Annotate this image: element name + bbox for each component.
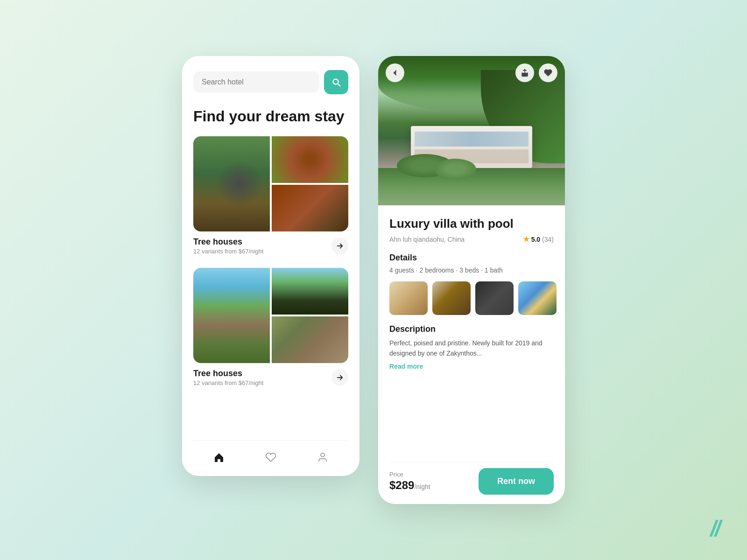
back-button[interactable] bbox=[386, 63, 404, 82]
phone-detail-screen: Luxury villa with pool Ahn luh qiandaohu… bbox=[378, 56, 565, 504]
price-value: $289/night bbox=[389, 479, 430, 492]
listing-images-2 bbox=[193, 268, 348, 363]
details-text: 4 guests · 2 bedrooms · 3 beds · 1 bath bbox=[389, 266, 554, 274]
listing-images-1 bbox=[193, 136, 348, 231]
listing-image-mountain bbox=[193, 268, 270, 363]
listing-card-1: Tree houses 12 variants from $67/night bbox=[193, 136, 348, 255]
details-section-title: Details bbox=[389, 253, 554, 263]
listing-info-2: Tree houses 12 variants from $67/night bbox=[193, 369, 348, 386]
rating-value: 5.0 bbox=[531, 236, 540, 243]
listing-arrow-2[interactable] bbox=[331, 369, 348, 386]
rating-count: (34) bbox=[542, 236, 554, 243]
villa-title: Luxury villa with pool bbox=[389, 217, 554, 231]
nav-favorites-button[interactable] bbox=[256, 448, 286, 467]
price-info: Price $289/night bbox=[389, 471, 430, 492]
arrow-right-icon bbox=[336, 242, 344, 250]
description-text: Perfect, poised and pristine. Newly buil… bbox=[389, 338, 554, 359]
share-button[interactable] bbox=[515, 63, 534, 82]
search-input[interactable] bbox=[202, 78, 311, 86]
search-button[interactable] bbox=[324, 70, 348, 94]
listing-image-cabin bbox=[272, 316, 348, 363]
price-amount: $289 bbox=[389, 479, 414, 491]
room-thumb-4[interactable] bbox=[518, 281, 557, 315]
heart-outline-icon bbox=[544, 69, 552, 77]
detail-content: Luxury villa with pool Ahn luh qiandaohu… bbox=[378, 205, 565, 504]
listing-text-1: Tree houses 12 variants from $67/night bbox=[193, 237, 263, 255]
rent-now-button[interactable]: Rent now bbox=[479, 468, 554, 495]
listing-title-1: Tree houses bbox=[193, 237, 263, 247]
listing-text-2: Tree houses 12 variants from $67/night bbox=[193, 369, 263, 386]
room-thumb-1[interactable] bbox=[389, 281, 428, 315]
description-section-title: Description bbox=[389, 324, 554, 334]
listing-image-dome bbox=[193, 136, 270, 231]
listing-image-house bbox=[272, 268, 348, 315]
read-more-link[interactable]: Read more bbox=[389, 363, 554, 370]
listing-subtitle-2: 12 variants from $67/night bbox=[193, 379, 263, 386]
top-action-buttons bbox=[515, 63, 557, 82]
home-icon bbox=[213, 452, 225, 463]
heart-icon bbox=[265, 452, 276, 463]
chevron-left-icon bbox=[391, 69, 399, 77]
listing-image-sphere bbox=[272, 136, 348, 183]
share-icon bbox=[521, 69, 529, 77]
listing-image-interior bbox=[272, 185, 348, 231]
listing-card-2: Tree houses 12 variants from $67/night bbox=[193, 268, 348, 386]
hero-overlay-buttons bbox=[378, 63, 565, 82]
room-thumb-2[interactable] bbox=[432, 281, 471, 315]
listing-info-1: Tree houses 12 variants from $67/night bbox=[193, 237, 348, 255]
villa-meta: Ahn luh qiandaohu, China ★ 5.0 (34) bbox=[389, 235, 554, 244]
search-input-wrap[interactable] bbox=[193, 71, 319, 93]
profile-icon bbox=[317, 452, 328, 463]
bottom-nav bbox=[193, 440, 348, 467]
arrow-right-icon-2 bbox=[336, 373, 344, 382]
room-thumb-3[interactable] bbox=[475, 281, 514, 315]
brand-watermark: // bbox=[710, 516, 719, 541]
price-label: Price bbox=[389, 471, 430, 478]
price-action-row: Price $289/night Rent now bbox=[389, 462, 554, 495]
nav-profile-button[interactable] bbox=[308, 448, 338, 467]
hero-property-image bbox=[378, 56, 565, 205]
villa-location: Ahn luh qiandaohu, China bbox=[389, 236, 465, 243]
listing-arrow-1[interactable] bbox=[331, 238, 348, 254]
price-per-night: /night bbox=[414, 483, 430, 490]
room-thumbnails bbox=[389, 281, 554, 315]
search-icon bbox=[331, 77, 341, 87]
listing-title-2: Tree houses bbox=[193, 369, 263, 378]
villa-rating: ★ 5.0 (34) bbox=[523, 235, 554, 244]
search-bar bbox=[193, 70, 348, 94]
phone-browse-screen: Find your dream stay Tree houses 12 vari… bbox=[182, 56, 359, 476]
hero-title: Find your dream stay bbox=[193, 107, 348, 125]
favorite-button[interactable] bbox=[539, 63, 557, 82]
nav-home-button[interactable] bbox=[204, 448, 234, 467]
star-icon: ★ bbox=[523, 235, 529, 244]
listing-subtitle-1: 12 variants from $67/night bbox=[193, 248, 263, 255]
